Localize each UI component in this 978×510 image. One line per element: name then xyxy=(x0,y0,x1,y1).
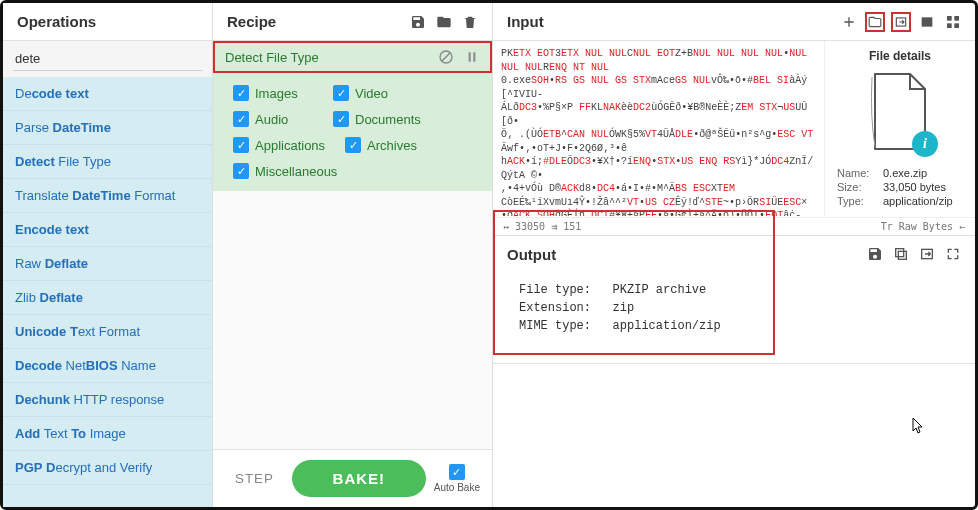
recipe-op-checkboxes: ✓Images✓Video✓Audio✓Documents✓Applicatio… xyxy=(213,73,492,179)
svg-rect-11 xyxy=(896,249,904,257)
file-type-value: application/zip xyxy=(883,195,953,207)
recipe-checkbox[interactable]: ✓Documents xyxy=(333,111,421,127)
info-icon[interactable]: i xyxy=(912,131,938,157)
operations-header: Operations xyxy=(3,3,212,41)
output-body: File type: PKZIP archive Extension: zip … xyxy=(507,273,733,343)
check-icon: ✓ xyxy=(233,85,249,101)
svg-rect-8 xyxy=(947,23,952,28)
trash-icon[interactable] xyxy=(462,14,478,30)
output-highlight-box: Output File type: PKZIP archive Extensio… xyxy=(495,212,773,353)
recipe-op-title: Detect File Type xyxy=(225,50,319,65)
folder-icon[interactable] xyxy=(436,14,452,30)
check-icon: ✓ xyxy=(333,111,349,127)
input-body: PKETX EOT3ETX NUL NULCNUL EOTZ+BNUL NUL … xyxy=(493,41,975,217)
clear-icon[interactable] xyxy=(919,14,935,30)
output-area: Output File type: PKZIP archive Extensio… xyxy=(493,236,975,507)
autobake-toggle[interactable]: ✓ Auto Bake xyxy=(434,464,480,493)
output-title: Output xyxy=(507,246,733,263)
recipe-op-tools xyxy=(438,49,480,65)
recipe-checkbox[interactable]: ✓Miscellaneous xyxy=(233,163,337,179)
svg-rect-2 xyxy=(469,52,471,61)
io-panel: Input PKETX EOT3ETX NUL NULCNUL EOTZ+BNU… xyxy=(493,3,975,507)
operations-list: Decode textParse DateTimeDetect File Typ… xyxy=(3,77,212,507)
operations-panel: Operations Decode textParse DateTimeDete… xyxy=(3,3,213,507)
input-header: Input xyxy=(493,3,975,41)
bake-button[interactable]: BAKE! xyxy=(292,460,426,497)
recipe-footer: STEP BAKE! ✓ Auto Bake xyxy=(213,449,492,507)
output-tools xyxy=(867,246,961,262)
svg-rect-7 xyxy=(954,16,959,21)
recipe-title: Recipe xyxy=(227,13,276,30)
recipe-checkbox[interactable]: ✓Video xyxy=(333,85,413,101)
pause-icon[interactable] xyxy=(464,49,480,65)
input-main: Input PKETX EOT3ETX NUL NULCNUL EOTZ+BNU… xyxy=(493,3,975,235)
operation-item[interactable]: Decode text xyxy=(3,77,212,111)
check-icon: ✓ xyxy=(345,137,361,153)
operation-item[interactable]: Unicode Text Format xyxy=(3,315,212,349)
file-name-value: 0.exe.zip xyxy=(883,167,927,179)
replace-input-icon[interactable] xyxy=(919,246,935,262)
file-size-label: Size: xyxy=(837,181,877,193)
recipe-header: Recipe xyxy=(213,3,492,41)
recipe-checkbox[interactable]: ✓Audio xyxy=(233,111,313,127)
operation-item[interactable]: Translate DateTime Format xyxy=(3,179,212,213)
app-root: Operations Decode textParse DateTimeDete… xyxy=(0,0,978,510)
file-details-title: File details xyxy=(833,49,967,63)
input-title: Input xyxy=(507,13,544,30)
svg-rect-10 xyxy=(898,251,906,259)
autobake-label: Auto Bake xyxy=(434,482,480,493)
checkbox-label: Miscellaneous xyxy=(255,164,337,179)
recipe-op-header[interactable]: Detect File Type xyxy=(213,41,492,73)
checkbox-label: Archives xyxy=(367,138,417,153)
check-icon: ✓ xyxy=(233,111,249,127)
save-output-icon[interactable] xyxy=(867,246,883,262)
maximize-icon[interactable] xyxy=(945,246,961,262)
operations-search xyxy=(3,41,212,77)
add-icon[interactable] xyxy=(841,14,857,30)
svg-rect-6 xyxy=(947,16,952,21)
open-folder-icon[interactable] xyxy=(867,14,883,30)
operation-item[interactable]: PGP Decrypt and Verify xyxy=(3,451,212,485)
file-type-label: Type: xyxy=(837,195,877,207)
check-icon: ✓ xyxy=(333,85,349,101)
checkbox-label: Applications xyxy=(255,138,325,153)
operation-item[interactable]: Raw Deflate xyxy=(3,247,212,281)
input-tools xyxy=(841,14,961,30)
input-hexdump[interactable]: PKETX EOT3ETX NUL NULCNUL EOTZ+BNUL NUL … xyxy=(493,41,825,216)
check-icon: ✓ xyxy=(233,163,249,179)
grid-icon[interactable] xyxy=(945,14,961,30)
recipe-checkbox[interactable]: ✓Archives xyxy=(345,137,425,153)
search-input[interactable] xyxy=(13,47,202,71)
disable-icon[interactable] xyxy=(438,49,454,65)
operations-title: Operations xyxy=(17,13,96,30)
recipe-checkbox[interactable]: ✓Images xyxy=(233,85,313,101)
copy-icon[interactable] xyxy=(893,246,909,262)
operation-item[interactable]: Decode NetBIOS Name xyxy=(3,349,212,383)
checkbox-label: Documents xyxy=(355,112,421,127)
status-right[interactable]: Tr Raw Bytes ← xyxy=(881,221,965,232)
operation-item[interactable]: Add Text To Image xyxy=(3,417,212,451)
operation-item[interactable]: Parse DateTime xyxy=(3,111,212,145)
svg-rect-5 xyxy=(922,17,933,26)
recipe-tools xyxy=(410,14,478,30)
check-icon: ✓ xyxy=(449,464,465,480)
file-icon: i xyxy=(860,69,940,159)
file-details-panel: File details i Name:0.exe.zip Size:33,05… xyxy=(825,41,975,217)
svg-rect-3 xyxy=(473,52,475,61)
step-button[interactable]: STEP xyxy=(225,463,284,494)
svg-line-1 xyxy=(442,53,450,61)
recipe-panel: Recipe Detect File Type ✓Images✓Video✓Au… xyxy=(213,3,493,507)
operation-item[interactable]: Encode text xyxy=(3,213,212,247)
save-icon[interactable] xyxy=(410,14,426,30)
open-file-icon[interactable] xyxy=(893,14,909,30)
svg-rect-9 xyxy=(954,23,959,28)
recipe-body: Detect File Type ✓Images✓Video✓Audio✓Doc… xyxy=(213,41,492,449)
operation-item[interactable]: Dechunk HTTP response xyxy=(3,383,212,417)
check-icon: ✓ xyxy=(233,137,249,153)
input-area: Input PKETX EOT3ETX NUL NULCNUL EOTZ+BNU… xyxy=(493,3,975,236)
file-meta: Name:0.exe.zip Size:33,050 bytes Type:ap… xyxy=(833,167,967,207)
operation-item[interactable]: Detect File Type xyxy=(3,145,212,179)
operation-item[interactable]: Zlib Deflate xyxy=(3,281,212,315)
cursor-icon xyxy=(912,417,926,438)
recipe-checkbox[interactable]: ✓Applications xyxy=(233,137,325,153)
